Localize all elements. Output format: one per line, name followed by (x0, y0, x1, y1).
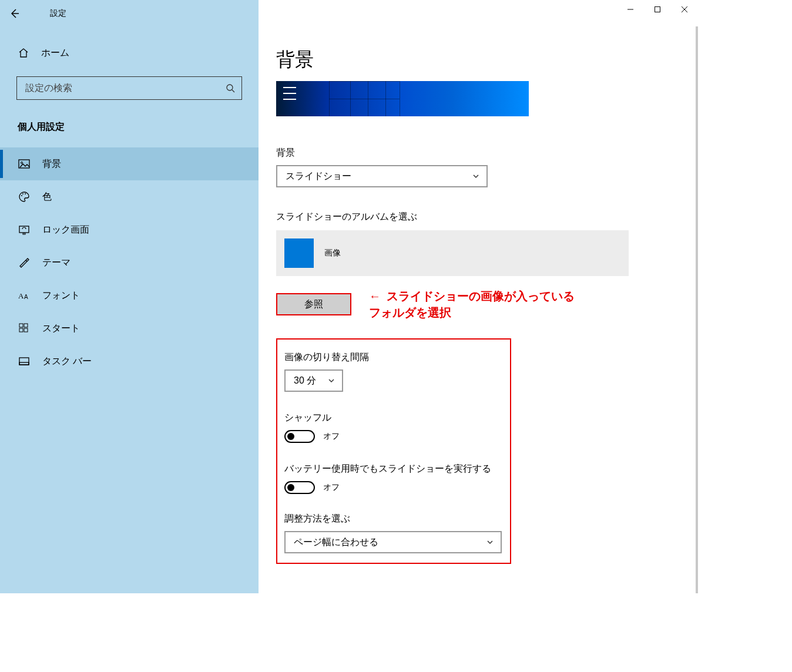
chevron-down-icon (472, 173, 479, 180)
chevron-down-icon (486, 539, 494, 546)
fit-label: 調整方法を選ぶ (284, 513, 503, 525)
nav-item-start[interactable]: スタート (0, 312, 259, 345)
svg-rect-12 (24, 324, 28, 327)
nav-item-label: 色 (42, 191, 52, 203)
maximize-icon (654, 6, 661, 13)
search-input-wrap[interactable] (16, 76, 242, 100)
back-button[interactable] (0, 0, 29, 26)
shuffle-label: シャッフル (284, 412, 503, 424)
album-name: 画像 (324, 248, 341, 258)
home-label: ホーム (41, 47, 69, 59)
content-area: 背景 背景 スライドショー スライドショーのアルバムを選ぶ 画像 参照 (259, 26, 698, 593)
maximize-button[interactable] (644, 0, 671, 19)
search-icon (225, 83, 236, 93)
folder-thumbnail (284, 238, 314, 268)
close-button[interactable] (671, 0, 698, 19)
vertical-scrollbar[interactable] (696, 26, 698, 593)
arrow-left-icon (9, 8, 21, 19)
battery-toggle[interactable] (284, 481, 315, 494)
svg-point-3 (21, 162, 23, 164)
search-input[interactable] (25, 83, 225, 93)
close-icon (681, 6, 688, 13)
shuffle-state: オフ (323, 431, 340, 442)
battery-label: バッテリー使用時でもスライドショーを実行する (284, 463, 503, 475)
annotation-browse: ←スライドショーの画像が入っている フォルダを選択 (369, 288, 575, 321)
nav-item-themes[interactable]: テーマ (0, 246, 259, 279)
page-title: 背景 (276, 47, 680, 73)
svg-rect-16 (19, 362, 29, 365)
font-icon: AA (18, 289, 31, 302)
svg-rect-15 (19, 358, 29, 365)
desktop-preview (276, 81, 529, 116)
nav-item-label: ロック画面 (42, 224, 89, 236)
home-icon (18, 47, 29, 59)
svg-rect-13 (19, 328, 23, 332)
svg-rect-11 (19, 324, 23, 327)
nav-item-label: タスク バー (42, 355, 92, 368)
fit-combo-value: ページ幅に合わせる (294, 536, 378, 549)
start-icon (18, 322, 31, 335)
nav-item-label: スタート (42, 322, 80, 335)
nav-item-taskbar[interactable]: タスク バー (0, 345, 259, 378)
taskbar-icon (18, 355, 31, 368)
palette-icon (18, 190, 31, 203)
svg-text:A: A (24, 294, 28, 300)
shuffle-toggle[interactable] (284, 430, 315, 443)
svg-point-4 (21, 195, 22, 196)
image-icon (18, 157, 31, 170)
nav-item-background[interactable]: 背景 (0, 147, 259, 180)
svg-text:A: A (18, 291, 24, 300)
nav-item-label: 背景 (42, 158, 61, 170)
window-title: 設定 (29, 8, 66, 19)
arrow-left-red-icon: ← (369, 290, 381, 303)
lockscreen-icon (18, 223, 31, 236)
battery-state: オフ (323, 482, 340, 493)
nav-item-colors[interactable]: 色 (0, 180, 259, 213)
nav-group-header: 個人用設定 (0, 100, 259, 142)
background-combo[interactable]: スライドショー (276, 165, 488, 187)
album-label: スライドショーのアルバムを選ぶ (276, 211, 680, 223)
nav-item-fonts[interactable]: AA フォント (0, 279, 259, 312)
browse-button[interactable]: 参照 (276, 293, 351, 315)
minimize-icon (627, 6, 634, 13)
interval-combo[interactable]: 30 分 (284, 369, 343, 392)
fit-combo[interactable]: ページ幅に合わせる (284, 531, 502, 553)
interval-label: 画像の切り替え間隔 (284, 351, 503, 364)
nav-item-lockscreen[interactable]: ロック画面 (0, 213, 259, 246)
nav-home[interactable]: ホーム (0, 41, 259, 65)
svg-point-1 (227, 85, 233, 90)
minimize-button[interactable] (617, 0, 644, 19)
svg-point-6 (25, 193, 26, 194)
brush-icon (18, 256, 31, 269)
album-item[interactable]: 画像 (276, 230, 629, 276)
nav-item-label: テーマ (42, 257, 71, 269)
slideshow-settings-box: 画像の切り替え間隔 30 分 シャッフル オフ バッテリー使用時でもスライドショ… (276, 338, 511, 564)
background-label: 背景 (276, 147, 680, 159)
sidebar: ホーム 個人用設定 背景 色 (0, 26, 259, 593)
svg-rect-14 (24, 328, 28, 332)
svg-rect-0 (655, 7, 660, 12)
svg-rect-8 (23, 233, 25, 234)
interval-combo-value: 30 分 (294, 375, 316, 387)
svg-point-5 (22, 193, 24, 194)
background-combo-value: スライドショー (286, 170, 351, 183)
nav-item-label: フォント (42, 290, 80, 302)
browse-button-label: 参照 (304, 298, 323, 311)
chevron-down-icon (328, 377, 335, 384)
